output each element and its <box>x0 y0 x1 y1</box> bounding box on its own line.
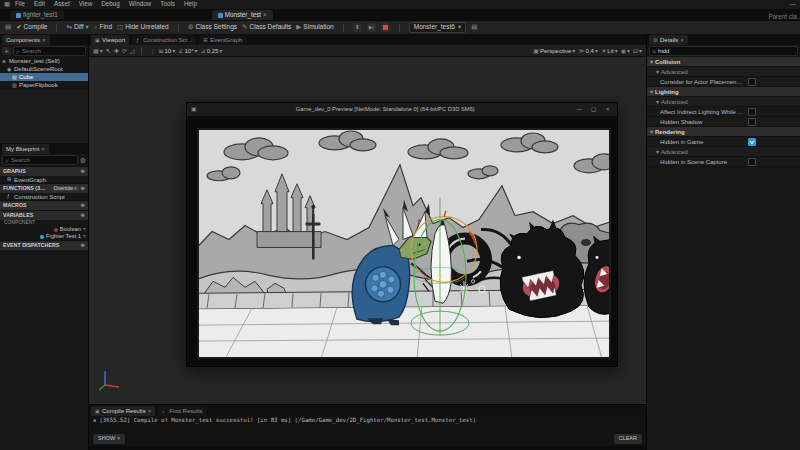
camera-speed-dropdown[interactable]: ≫ 0,4 ▾ <box>578 48 598 54</box>
viewport-options-button[interactable]: ▦ ▾ <box>93 48 103 54</box>
tab-event-graph[interactable]: ⊞ EventGraph <box>199 35 246 45</box>
close-icon[interactable]: × <box>42 37 46 43</box>
stop-button[interactable] <box>381 23 390 32</box>
category-lighting[interactable]: ▾ Lighting <box>647 87 800 97</box>
variables-section-header[interactable]: VARIABLES ⊕ <box>0 210 88 220</box>
screen-percent-dropdown[interactable]: ⊡ ▾ <box>633 48 642 54</box>
checkbox[interactable] <box>748 78 756 86</box>
tree-item-self[interactable]: ◈ Monster_test (Self) <box>0 57 88 65</box>
my-blueprint-search-input[interactable] <box>11 157 75 163</box>
tab-my-blueprint[interactable]: My Blueprint × <box>2 144 49 154</box>
checkbox[interactable] <box>748 138 756 146</box>
perspective-dropdown[interactable]: ▣ Perspective ▾ <box>533 48 575 54</box>
category-rendering[interactable]: ▾ Rendering <box>647 127 800 137</box>
rotation-snap-dropdown[interactable]: ∠ 10° ▾ <box>178 48 197 54</box>
functions-section-header[interactable]: FUNCTIONS (31 OVERRIDABLE) Override ▾ ⊕ <box>0 183 88 193</box>
gear-icon[interactable]: ⚙ <box>80 157 86 164</box>
surface-snap-icon[interactable]: ⋮ <box>149 48 155 54</box>
close-icon[interactable]: × <box>41 146 45 152</box>
add-component-button[interactable]: + <box>2 47 11 55</box>
macros-section-header[interactable]: MACROS ⊕ <box>0 200 88 210</box>
close-icon[interactable]: × <box>680 37 684 43</box>
grid-snap-dropdown[interactable]: ⊞ 10 ▾ <box>158 48 175 54</box>
tab-components[interactable]: Components × <box>2 35 50 45</box>
menu-asset[interactable]: Asset <box>50 1 74 7</box>
dispatchers-section-header[interactable]: EVENT DISPATCHERS ⊕ <box>0 240 88 250</box>
find-button[interactable]: ⌕ Find <box>94 24 112 31</box>
save-icon[interactable]: ▤ <box>5 24 11 31</box>
frame-skip-button[interactable]: ▶| <box>367 23 376 32</box>
tab-monster-test[interactable]: Monster_test × <box>212 10 273 20</box>
select-tool-icon[interactable]: ↖ <box>106 48 111 54</box>
checkbox[interactable] <box>748 158 756 166</box>
clear-search-icon[interactable]: × <box>652 48 656 55</box>
menu-file[interactable]: File <box>11 1 29 7</box>
simulation-button[interactable]: ▶ Simulation <box>296 24 333 31</box>
add-graph-icon[interactable]: ⊕ <box>81 169 85 174</box>
browse-icon[interactable]: ▤ <box>471 24 477 31</box>
override-dropdown[interactable]: Override ▾ <box>52 186 79 191</box>
my-blueprint-searchbox[interactable]: ⌕ <box>2 155 78 165</box>
tab-fighter-test1[interactable]: fighter_test1 <box>10 10 64 20</box>
debug-object-dropdown[interactable]: Monster_test6 ▾ <box>409 22 466 33</box>
scale-tool-icon[interactable]: ◿ <box>130 48 135 54</box>
add-macro-icon[interactable]: ⊕ <box>81 203 85 208</box>
move-tool-icon[interactable]: ✚ <box>114 48 119 54</box>
class-settings-button[interactable]: ⚙ Class Settings <box>188 24 237 31</box>
components-search-input[interactable] <box>22 48 83 54</box>
show-filter-button[interactable]: SHOW ▾ <box>93 434 125 444</box>
checkbox[interactable] <box>748 118 756 126</box>
clear-button[interactable]: CLEAR <box>614 434 642 444</box>
tab-find-results[interactable]: ⌕ Find Results <box>158 406 206 416</box>
menu-debug[interactable]: Debug <box>97 1 124 7</box>
tab-details[interactable]: ⚙ Details × <box>649 35 688 45</box>
game-preview-window[interactable]: ▣ Game_dev_0 Preview [NetMode: Standalon… <box>186 102 618 367</box>
pause-button[interactable]: ‖ <box>353 23 362 32</box>
hide-unrelated-button[interactable]: ◫ Hide Unrelated <box>117 24 169 31</box>
category-collision[interactable]: ▾ Collision <box>647 57 800 67</box>
compile-button[interactable]: ✔ Compile <box>16 24 47 31</box>
advanced-row[interactable]: ▾ Advanced <box>647 97 800 107</box>
tree-item-scene-root[interactable]: ◉ DefaultSceneRoot <box>0 65 88 73</box>
variable-row[interactable]: Boolean ▿ <box>0 226 88 233</box>
event-graph-item[interactable]: ⊞ EventGraph <box>0 176 88 183</box>
components-searchbox[interactable]: ⌕ <box>13 46 86 56</box>
close-icon[interactable]: × <box>263 12 267 18</box>
maximize-icon[interactable]: ▢ <box>588 107 599 113</box>
details-searchbox[interactable]: × <box>649 46 798 56</box>
checkbox[interactable] <box>748 108 756 116</box>
menu-help[interactable]: Help <box>180 1 201 7</box>
chevron-down-icon[interactable]: ▿ <box>83 234 86 240</box>
diff-button[interactable]: ⇆ Diff ▾ <box>66 24 88 31</box>
preview-content[interactable] <box>187 116 617 366</box>
tree-item-cube[interactable]: ▧ Cube <box>0 73 88 81</box>
rotate-tool-icon[interactable]: ⟳ <box>122 48 127 54</box>
preview-title-bar[interactable]: ▣ Game_dev_0 Preview [NetMode: Standalon… <box>187 103 617 116</box>
close-icon[interactable]: × <box>148 408 152 414</box>
add-function-icon[interactable]: ⊕ <box>81 186 85 191</box>
tab-viewport[interactable]: ▣ Viewport <box>91 35 129 45</box>
show-flags-dropdown[interactable]: ◉ ▾ <box>621 48 630 54</box>
menu-edit[interactable]: Edit <box>30 1 49 7</box>
add-dispatcher-icon[interactable]: ⊕ <box>81 243 85 248</box>
variable-row[interactable]: Fighter Test 1 ▿ <box>0 233 88 240</box>
advanced-row[interactable]: ▾ Advanced <box>647 67 800 77</box>
menu-view[interactable]: View <box>75 1 97 7</box>
details-search-input[interactable] <box>658 48 795 54</box>
menu-tools[interactable]: Tools <box>156 1 179 7</box>
add-variable-icon[interactable]: ⊕ <box>81 213 85 218</box>
minimize-icon[interactable]: — <box>574 107 585 113</box>
blueprint-viewport[interactable]: ▣ Game_dev_0 Preview [NetMode: Standalon… <box>89 57 646 404</box>
tree-item-paperflipbook[interactable]: ▥ PaperFlipbook <box>0 81 88 89</box>
chevron-down-icon[interactable]: ▿ <box>83 227 86 233</box>
window-minimize-icon[interactable]: — <box>790 1 796 7</box>
tab-compile-results[interactable]: ▣ Compile Results × <box>91 406 155 416</box>
view-mode-dropdown[interactable]: ☀ Lit ▾ <box>601 48 618 54</box>
scale-snap-dropdown[interactable]: ⊿ 0,25 ▾ <box>201 48 223 54</box>
graphs-section-header[interactable]: GRAPHS ⊕ <box>0 166 88 176</box>
tab-construction-script[interactable]: ƒ Construction Scr... <box>132 35 196 45</box>
menu-window[interactable]: Window <box>125 1 155 7</box>
close-icon[interactable]: × <box>602 107 613 113</box>
construction-script-item[interactable]: ƒ Construction Script <box>0 193 88 200</box>
advanced-row[interactable]: ▾ Advanced <box>647 147 800 157</box>
